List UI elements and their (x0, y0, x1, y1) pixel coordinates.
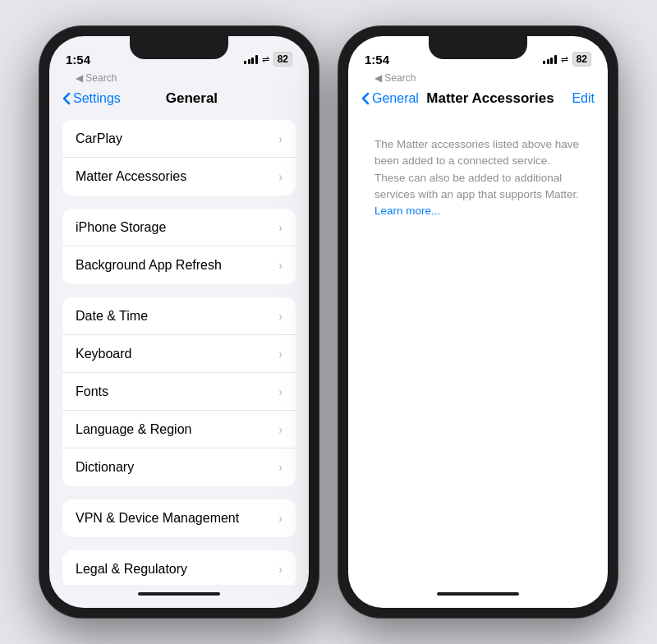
settings-row-carplay[interactable]: CarPlay › (62, 120, 296, 158)
matter-description: The Matter accessories listed above have… (361, 123, 595, 232)
settings-row-vpn[interactable]: VPN & Device Management › (62, 499, 296, 537)
dictionary-label: Dictionary (76, 460, 134, 475)
settings-row-fonts[interactable]: Fonts › (62, 373, 296, 411)
iphone-storage-label: iPhone Storage (76, 220, 166, 235)
chevron-keyboard: › (278, 347, 283, 361)
settings-row-dictionary[interactable]: Dictionary › (62, 448, 296, 486)
home-indicator-1 (138, 592, 220, 596)
search-hint-1: ◀ Search (62, 72, 130, 87)
settings-row-legal[interactable]: Legal & Regulatory › (62, 550, 296, 585)
settings-group-2: iPhone Storage › Background App Refresh … (62, 209, 296, 284)
notch-1 (130, 36, 228, 59)
back-label-2: General (372, 91, 419, 106)
back-chevron-icon-1 (62, 92, 71, 105)
signal-icon-1 (244, 55, 258, 64)
chevron-background-refresh: › (278, 259, 283, 272)
battery-2: 82 (572, 52, 591, 67)
status-icons-2: ⇌ 82 (543, 52, 591, 67)
settings-row-matter[interactable]: Matter Accessories › (62, 158, 296, 196)
time-1: 1:54 (66, 53, 90, 67)
bottom-bar-2 (348, 585, 608, 608)
phone-2-screen: 1:54 ⇌ 82 ◀ Search General (348, 36, 608, 608)
chevron-carplay: › (278, 132, 283, 145)
settings-group-4: VPN & Device Management › (62, 499, 296, 537)
legal-label: Legal & Regulatory (76, 562, 187, 577)
nav-title-1: General (121, 90, 263, 107)
matter-content: The Matter accessories listed above have… (348, 113, 608, 585)
back-chevron-icon-2 (361, 92, 370, 105)
battery-1: 82 (273, 52, 292, 67)
settings-row-language-region[interactable]: Language & Region › (62, 411, 296, 448)
phone-1: 1:54 ⇌ 82 ◀ Search Setting (39, 26, 319, 618)
chevron-date-time: › (278, 310, 283, 323)
fonts-label: Fonts (76, 384, 108, 399)
search-hint-2: ◀ Search (361, 72, 429, 87)
chevron-iphone-storage: › (278, 221, 283, 234)
back-button-2[interactable]: General (361, 91, 419, 106)
settings-group-1: CarPlay › Matter Accessories › (62, 120, 296, 196)
chevron-vpn: › (278, 512, 283, 525)
edit-button[interactable]: Edit (562, 91, 595, 106)
date-time-label: Date & Time (76, 309, 148, 324)
matter-label: Matter Accessories (76, 169, 186, 184)
chevron-legal: › (278, 563, 283, 576)
settings-content-1[interactable]: CarPlay › Matter Accessories › iPhone St… (49, 113, 309, 585)
chevron-dictionary: › (278, 461, 283, 474)
back-button-1[interactable]: Settings (62, 91, 121, 106)
home-indicator-2 (437, 592, 519, 596)
signal-icon-2 (543, 55, 557, 64)
back-label-1: Settings (73, 91, 121, 106)
notch-2 (429, 36, 527, 59)
wifi-icon-2: ⇌ (561, 54, 568, 65)
matter-description-text: The Matter accessories listed above have… (374, 138, 579, 200)
bottom-bar-1 (49, 585, 309, 608)
chevron-fonts: › (278, 385, 283, 398)
settings-group-5: Legal & Regulatory › (62, 550, 296, 585)
carplay-label: CarPlay (76, 131, 122, 146)
background-refresh-label: Background App Refresh (76, 258, 222, 273)
language-region-label: Language & Region (76, 422, 191, 437)
learn-more-link[interactable]: Learn more... (374, 205, 440, 217)
phone-1-screen: 1:54 ⇌ 82 ◀ Search Setting (49, 36, 309, 608)
nav-title-2: Matter Accessories (419, 90, 562, 107)
chevron-matter: › (278, 170, 283, 183)
vpn-label: VPN & Device Management (76, 511, 239, 526)
nav-bar-1: Settings General (49, 87, 309, 113)
wifi-icon-1: ⇌ (262, 54, 269, 65)
nav-bar-2: General Matter Accessories Edit (348, 87, 608, 113)
phone-2: 1:54 ⇌ 82 ◀ Search General (338, 26, 618, 618)
settings-group-3: Date & Time › Keyboard › Fonts › Languag… (62, 297, 296, 486)
chevron-language-region: › (278, 423, 283, 436)
keyboard-label: Keyboard (76, 347, 132, 361)
status-icons-1: ⇌ 82 (244, 52, 292, 67)
settings-row-date-time[interactable]: Date & Time › (62, 297, 296, 335)
time-2: 1:54 (365, 53, 389, 67)
settings-row-iphone-storage[interactable]: iPhone Storage › (62, 209, 296, 246)
settings-row-keyboard[interactable]: Keyboard › (62, 335, 296, 373)
settings-row-background-refresh[interactable]: Background App Refresh › (62, 246, 296, 284)
